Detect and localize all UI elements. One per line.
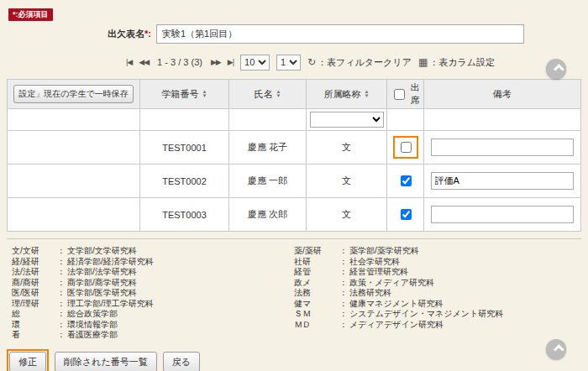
attendance-table: 設定」現在の学生で一時保存 学籍番号 ▲▼ 氏名 ▲▼ 所属略称 ▲▼ [7, 79, 581, 232]
pager-range-text: 1 - 3 / 3 (3) [157, 57, 202, 67]
temp-save-button[interactable]: 設定」現在の学生で一時保存 [13, 85, 133, 103]
dept-filter-select[interactable] [310, 112, 384, 128]
legend-item: 健マ：健康マネジメント研究科 [294, 299, 576, 310]
dept-cell: 文 [307, 131, 387, 165]
legend-separator: ： [57, 320, 66, 331]
legend-separator: ： [57, 309, 66, 320]
name-column-header[interactable]: 氏名 ▲▼ [229, 80, 307, 109]
student-id-cell: TEST0003 [140, 198, 229, 232]
legend-item: 薬/薬研：薬学部/薬学研究科 [294, 246, 576, 257]
attendance-name-input[interactable] [156, 24, 524, 44]
attendance-checkbox[interactable] [401, 175, 412, 186]
row-save-cell [8, 131, 140, 165]
legend-item: 環：環境情報学部 [12, 320, 294, 331]
legend-item: 看：看護医療学部 [12, 330, 294, 341]
legend-separator: ： [339, 267, 348, 278]
sort-icon: ▲▼ [365, 90, 370, 98]
column-config-link[interactable]: ▦ ：表カラム設定 [418, 56, 495, 69]
legend-separator: ： [339, 309, 348, 320]
legend-name: 法学部/法学研究科 [67, 267, 137, 278]
pager-last-button[interactable]: ▶| [228, 58, 234, 66]
select-all-attendance-checkbox[interactable] [394, 89, 405, 100]
filter-cell [229, 109, 307, 131]
filter-cell [424, 109, 581, 131]
note-input[interactable] [431, 206, 575, 223]
pager-prev-button[interactable]: ◀◀ [139, 58, 149, 66]
student-id-header-label: 学籍番号 [162, 88, 199, 101]
legend-code: 商/商研 [12, 278, 57, 289]
filter-clear-link[interactable]: ↻ ：表フィルタークリア [307, 56, 412, 69]
legend-name: 文学部/文学研究科 [67, 246, 137, 257]
attendance-checkbox[interactable] [401, 142, 412, 153]
legend-separator: ： [57, 257, 66, 268]
legend-item: 法/法研：法学部/法学研究科 [12, 267, 294, 278]
legend-name: システムデザイン・マネジメント研究科 [349, 309, 503, 320]
legend-code: 法務 [294, 288, 339, 299]
attendance-name-label-text: 出欠表名 [108, 29, 144, 39]
legend-code: ＳＭ [294, 309, 339, 320]
legend-right-column: 薬/薬研：薬学部/薬学研究科 社研：社会学研究科 経管：経営管理研究科 政メ：政… [294, 246, 576, 341]
attendance-cell [387, 131, 424, 165]
legend-code: 看 [12, 330, 57, 341]
legend-code: 医/医研 [12, 288, 57, 299]
legend-item: 総：総合政策学部 [12, 309, 294, 320]
legend-item: 医/医研：医学部/医学研究科 [12, 288, 294, 299]
pager-toolbar: |◀ ◀◀ 1 - 3 / 3 (3) ▶▶ ▶| 10 1 ↻ ：表フィルター… [126, 54, 588, 71]
legend-code: 法/法研 [12, 267, 57, 278]
legend-item: 社研：社会学研究科 [294, 257, 576, 268]
student-id-column-header[interactable]: 学籍番号 ▲▼ [140, 80, 229, 109]
row-save-cell [8, 198, 140, 232]
dept-header-label: 所属略称 [324, 88, 361, 101]
table-row: TEST0001 慶應 花子 文 [8, 131, 581, 165]
faculty-legend: 文/文研：文学部/文学研究科 経/経研：経済学部/経済学研究科 法/法研：法学部… [7, 238, 581, 342]
legend-name: 看護医療学部 [67, 330, 118, 341]
required-note-badge: *:必須項目 [8, 8, 53, 21]
pager-next-button[interactable]: ▶▶ [211, 58, 221, 66]
filter-cell [307, 109, 387, 131]
filter-cell [8, 109, 140, 131]
note-input[interactable] [431, 138, 575, 156]
student-name-cell: 慶應 次郎 [229, 198, 307, 232]
legend-name: 政策・メディア研究科 [349, 278, 434, 289]
attendance-name-form-row: 出欠表名*: [108, 24, 588, 44]
page-number-select[interactable]: 1 [276, 55, 301, 71]
legend-item: 法務：法務研究科 [294, 288, 576, 299]
dept-column-header[interactable]: 所属略称 ▲▼ [307, 80, 387, 109]
chevron-up-icon [553, 64, 564, 75]
student-id-cell: TEST0001 [140, 131, 229, 165]
edit-button-highlight-box: 修正 [7, 349, 49, 371]
deleted-numbers-list-button[interactable]: 削除された番号一覧 [55, 352, 157, 371]
legend-code: 文/文研 [12, 246, 57, 257]
legend-separator: ： [339, 257, 348, 268]
legend-separator: ： [339, 299, 348, 310]
legend-code: 社研 [294, 257, 339, 268]
legend-name: 経済学部/経済学研究科 [67, 257, 154, 268]
legend-item: 経/経研：経済学部/経済学研究科 [12, 257, 294, 268]
note-cell [424, 131, 581, 165]
page-size-select[interactable]: 10 [240, 55, 270, 71]
legend-code: ＭＤ [294, 320, 339, 331]
attendance-cell [387, 198, 424, 232]
pager-first-button[interactable]: |◀ [126, 58, 132, 66]
student-name-cell: 慶應 花子 [229, 131, 307, 165]
filter-clear-label: ：表フィルタークリア [318, 56, 412, 69]
legend-code: 薬/薬研 [294, 246, 339, 257]
legend-separator: ： [339, 288, 348, 299]
table-header-row: 設定」現在の学生で一時保存 学籍番号 ▲▼ 氏名 ▲▼ 所属略称 ▲▼ [8, 80, 581, 109]
attendance-checkbox[interactable] [401, 209, 412, 220]
legend-code: 経管 [294, 267, 339, 278]
legend-item: 政メ：政策・メディア研究科 [294, 278, 576, 289]
required-mark: *: [144, 29, 151, 39]
dept-cell: 文 [307, 198, 387, 232]
edit-button[interactable]: 修正 [9, 352, 46, 371]
attendance-column-header: 出席 [387, 80, 424, 109]
scroll-to-top-button[interactable] [546, 339, 566, 359]
legend-name: 商学部/商学研究科 [67, 278, 137, 289]
legend-name: 経営管理研究科 [349, 267, 408, 278]
legend-name: メディアデザイン研究科 [349, 320, 444, 331]
note-input[interactable] [431, 172, 575, 190]
filter-cell [140, 109, 229, 131]
scroll-to-top-button[interactable] [546, 59, 566, 79]
back-button[interactable]: 戻る [163, 352, 200, 371]
legend-separator: ： [57, 267, 66, 278]
